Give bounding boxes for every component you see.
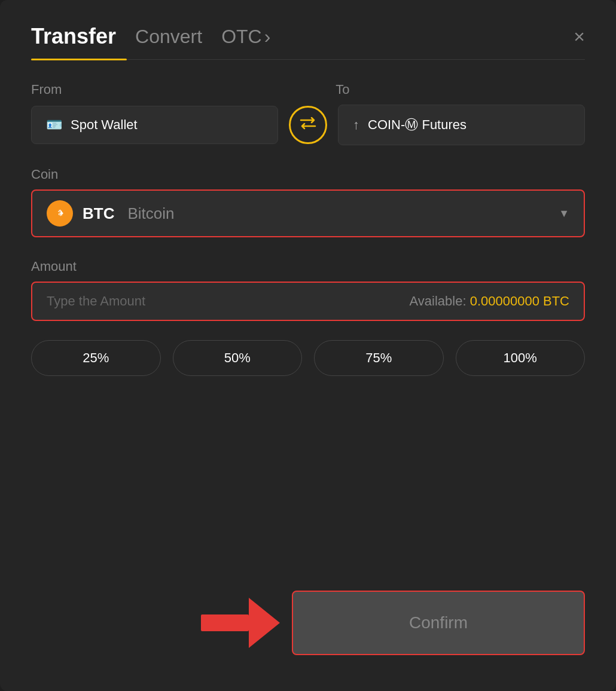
from-label: From [31,82,280,97]
amount-section: Amount Type the Amount Available: 0.0000… [31,259,585,321]
coin-dropdown[interactable]: BTC Bitcoin ▼ [31,189,585,237]
btc-icon [47,200,73,227]
swap-icon [300,117,316,133]
available-value: 0.00000000 BTC [470,293,569,308]
arrow-container [31,598,292,648]
header: Transfer Convert OTC › × [31,24,585,49]
swap-button[interactable] [289,106,327,144]
coin-section: Coin BTC Bitcoin ▼ [31,167,585,237]
pct-25-button[interactable]: 25% [31,340,161,376]
available-text: Available: 0.00000000 BTC [410,293,569,309]
tab-underline-row [31,59,585,60]
to-wallet-selector[interactable]: ↑ COIN-Ⓜ Futures [338,105,585,145]
tab-divider [127,59,585,60]
tab-transfer[interactable]: Transfer [31,24,116,49]
from-to-labels: From To [31,82,585,97]
confirm-button[interactable]: Confirm [292,591,585,655]
from-wallet-label: Spot Wallet [71,117,138,133]
coin-symbol: BTC [83,204,114,223]
arrow-shaft [201,614,249,631]
transfer-modal: Transfer Convert OTC › × From To 🪪 Spot … [0,0,616,691]
chevron-down-icon: ▼ [559,207,569,220]
pct-75-button[interactable]: 75% [314,340,444,376]
amount-input-box[interactable]: Type the Amount Available: 0.00000000 BT… [31,282,585,321]
red-arrow [201,598,280,648]
tab-convert[interactable]: Convert [135,26,202,48]
coin-label: Coin [31,167,585,182]
pct-100-button[interactable]: 100% [456,340,585,376]
from-wallet-selector[interactable]: 🪪 Spot Wallet [31,106,278,144]
close-button[interactable]: × [574,27,585,46]
percentage-buttons: 25% 50% 75% 100% [31,340,585,376]
active-tab-underline [31,59,127,60]
tab-otc[interactable]: OTC › [221,26,270,48]
pct-50-button[interactable]: 50% [173,340,303,376]
wallet-icon: 🪪 [46,117,62,133]
to-label: To [336,82,585,97]
coin-fullname: Bitcoin [127,204,174,223]
confirm-row: Confirm [31,591,585,655]
from-to-section: From To 🪪 Spot Wallet ↑ COIN-Ⓜ Futures [31,82,585,145]
arrow-head [249,598,280,648]
amount-label: Amount [31,259,585,274]
from-to-inputs: 🪪 Spot Wallet ↑ COIN-Ⓜ Futures [31,105,585,145]
futures-icon: ↑ [353,117,359,133]
to-wallet-label: COIN-Ⓜ Futures [368,116,466,134]
amount-placeholder: Type the Amount [47,293,145,309]
